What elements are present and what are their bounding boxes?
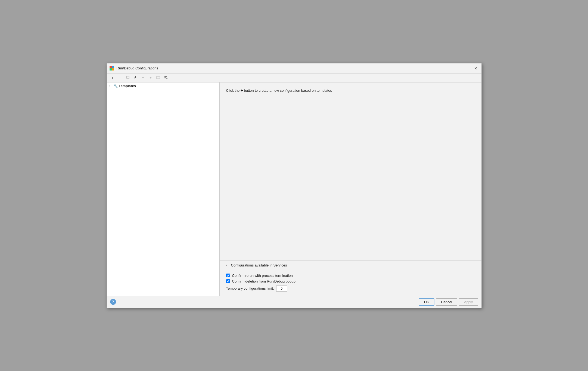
run-debug-dialog: Run/Debug Configurations ✕ + − — [107, 63, 482, 308]
hint-prefix: Click the — [226, 88, 240, 93]
apply-label: Apply — [464, 300, 473, 304]
svg-rect-3 — [112, 68, 114, 70]
toolbar: + − — [107, 73, 481, 82]
temp-config-label: Temporary configurations limit: — [226, 286, 274, 290]
confirm-deletion-checkbox[interactable] — [226, 279, 230, 283]
main-content: › 🔧 Templates Click the + button to crea… — [107, 82, 481, 296]
app-icon — [110, 66, 114, 71]
checkbox-row-1: Confirm rerun with process termination — [226, 274, 475, 278]
ok-button[interactable]: OK — [419, 298, 434, 306]
left-panel: › 🔧 Templates — [107, 82, 220, 296]
bottom-section: Confirm rerun with process termination C… — [220, 270, 481, 296]
wrench-tree-icon: 🔧 — [113, 84, 118, 88]
confirm-rerun-label: Confirm rerun with process termination — [232, 274, 293, 278]
spacer — [220, 98, 481, 260]
right-panel: Click the + button to create a new confi… — [220, 82, 481, 296]
templates-tree-item[interactable]: › 🔧 Templates — [107, 82, 219, 89]
temp-config-input[interactable] — [276, 286, 287, 292]
sort-button[interactable] — [162, 75, 169, 81]
config-chevron-icon: › — [226, 264, 229, 267]
svg-rect-0 — [110, 66, 112, 68]
title-bar-left: Run/Debug Configurations — [110, 66, 158, 71]
copy-button[interactable] — [124, 75, 131, 81]
svg-rect-2 — [110, 68, 112, 70]
dialog-footer: ? OK Cancel Apply — [107, 296, 481, 308]
add-button[interactable]: + — [109, 75, 116, 81]
hint-text: Click the + button to create a new confi… — [220, 82, 481, 98]
footer-right: OK Cancel Apply — [419, 298, 478, 306]
cancel-label: Cancel — [441, 300, 452, 304]
templates-label: Templates — [119, 84, 136, 88]
checkbox-row-2: Confirm deletion from Run/Debug popup — [226, 279, 475, 283]
cancel-button[interactable]: Cancel — [436, 298, 457, 306]
configurations-header[interactable]: › Configurations available in Services — [220, 260, 481, 270]
tree-chevron-icon: › — [109, 84, 112, 87]
hint-plus: + — [241, 88, 243, 93]
folder-button[interactable] — [155, 75, 162, 81]
help-label: ? — [112, 300, 114, 304]
help-button[interactable]: ? — [110, 299, 116, 305]
close-button[interactable]: ✕ — [473, 65, 479, 71]
move-up-button[interactable] — [139, 75, 147, 81]
remove-button[interactable]: − — [117, 75, 124, 81]
footer-left: ? — [110, 299, 116, 305]
hint-suffix: button to create a new configuration bas… — [244, 88, 332, 93]
move-down-button[interactable] — [147, 75, 154, 81]
confirm-rerun-checkbox[interactable] — [226, 274, 230, 277]
configurations-label: Configurations available in Services — [231, 263, 287, 267]
title-bar: Run/Debug Configurations ✕ — [107, 63, 481, 73]
wrench-button[interactable] — [132, 75, 139, 81]
svg-rect-1 — [112, 66, 114, 68]
temp-config-row: Temporary configurations limit: — [226, 286, 475, 292]
svg-rect-4 — [127, 76, 129, 79]
confirm-deletion-label: Confirm deletion from Run/Debug popup — [232, 279, 295, 283]
configurations-section: › Configurations available in Services C… — [220, 260, 481, 296]
ok-label: OK — [424, 300, 429, 304]
apply-button[interactable]: Apply — [459, 298, 478, 306]
dialog-title: Run/Debug Configurations — [117, 66, 158, 70]
